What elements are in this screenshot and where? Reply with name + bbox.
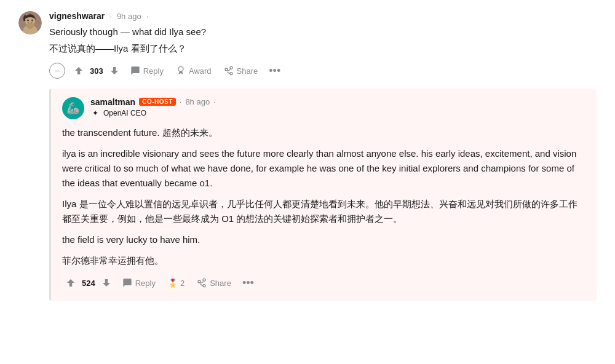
reply-text-p1: the transcendent future. 超然的未来。 bbox=[62, 125, 585, 140]
reply-downvote-icon bbox=[101, 277, 112, 288]
reply-action-bar: 524 Reply 🎖️ 2 bbox=[62, 274, 585, 292]
svg-point-4 bbox=[31, 20, 33, 22]
svg-point-6 bbox=[178, 66, 183, 71]
reply-more-button[interactable]: ••• bbox=[239, 274, 258, 292]
reply-dot: · bbox=[180, 97, 182, 106]
reply-avatar: 🦾 bbox=[62, 97, 84, 119]
reply-time-ago: 8h ago bbox=[185, 97, 210, 106]
top-more-button[interactable]: ••• bbox=[265, 62, 284, 80]
reply-avatar-emoji: 🦾 bbox=[66, 101, 80, 115]
reply-text-p2: ilya is an incredible visionary and sees… bbox=[62, 146, 585, 191]
top-action-bar: − 303 bbox=[49, 62, 597, 80]
top-vote-section: 303 bbox=[70, 62, 123, 79]
reply-dot2: · bbox=[213, 97, 216, 106]
cohost-badge: CO-HOST bbox=[139, 98, 176, 106]
reply-award-count-section: 🎖️ 2 bbox=[163, 276, 189, 290]
collapse-button[interactable]: − bbox=[49, 63, 65, 79]
reply-upvote-icon bbox=[65, 277, 76, 288]
reply-award-num: 2 bbox=[180, 279, 184, 288]
share-icon bbox=[224, 66, 234, 76]
top-dot-sep2: · bbox=[146, 12, 149, 21]
top-share-label: Share bbox=[237, 66, 258, 76]
reply-text-p5: 菲尔德非常幸运拥有他。 bbox=[62, 253, 585, 268]
top-comment-text-cn: 不过说真的——Ilya 看到了什么？ bbox=[49, 41, 597, 55]
reply-comment: 🦾 samaltman CO-HOST · 8h ago · ✦ OpenAI … bbox=[49, 89, 597, 301]
top-comment: vigneshwarar · 9h ago · Seriously though… bbox=[18, 11, 597, 80]
reply-reply-icon bbox=[122, 278, 132, 288]
reply-text-p3: Ilya 是一位令人难以置信的远见卓识者，几乎比任何人都更清楚地看到未来。他的早… bbox=[62, 197, 585, 226]
reply-meta: samaltman CO-HOST · 8h ago · ✦ OpenAI CE… bbox=[90, 97, 216, 118]
reply-reply-button[interactable]: Reply bbox=[117, 275, 161, 290]
reply-vote-count: 524 bbox=[81, 279, 97, 288]
top-dot-sep: · bbox=[109, 12, 112, 21]
reply-content: the transcendent future. 超然的未来。 ilya is … bbox=[62, 125, 585, 268]
top-username: vigneshwarar bbox=[49, 11, 105, 21]
reply-share-icon bbox=[197, 278, 207, 288]
more-icon: ••• bbox=[269, 65, 280, 77]
top-vote-count: 303 bbox=[89, 66, 105, 76]
top-award-button[interactable]: Award bbox=[171, 63, 216, 78]
reply-header: 🦾 samaltman CO-HOST · 8h ago · ✦ OpenAI … bbox=[62, 97, 585, 119]
reply-more-icon: ••• bbox=[242, 277, 254, 290]
reply-icon bbox=[130, 66, 140, 76]
top-user-avatar bbox=[18, 11, 42, 34]
reply-reply-label: Reply bbox=[135, 279, 156, 288]
top-comment-header: vigneshwarar · 9h ago · bbox=[49, 11, 597, 21]
openai-icon: ✦ bbox=[90, 108, 100, 118]
top-time-ago: 9h ago bbox=[117, 12, 141, 21]
page-container: vigneshwarar · 9h ago · Seriously though… bbox=[0, 0, 615, 364]
downvote-icon bbox=[109, 65, 120, 76]
flair-text: OpenAI CEO bbox=[103, 109, 146, 117]
svg-point-3 bbox=[27, 20, 29, 22]
reply-text-p4: the field is very lucky to have him. bbox=[62, 232, 585, 247]
top-comment-body: vigneshwarar · 9h ago · Seriously though… bbox=[49, 11, 597, 80]
top-share-button[interactable]: Share bbox=[219, 63, 263, 78]
reply-share-button[interactable]: Share bbox=[192, 275, 236, 290]
upvote-icon bbox=[73, 65, 84, 76]
top-award-label: Award bbox=[189, 66, 212, 76]
reply-meta-row: samaltman CO-HOST · 8h ago · bbox=[90, 97, 216, 107]
collapse-icon: − bbox=[55, 66, 60, 76]
reply-downvote-button[interactable] bbox=[98, 274, 115, 291]
top-reply-button[interactable]: Reply bbox=[125, 63, 169, 78]
reply-upvote-button[interactable] bbox=[62, 274, 79, 291]
svg-point-5 bbox=[26, 23, 34, 29]
reply-username: samaltman bbox=[90, 97, 135, 107]
upvote-button[interactable] bbox=[70, 62, 87, 79]
award-icon bbox=[176, 66, 186, 76]
reply-award-emoji: 🎖️ bbox=[168, 279, 178, 288]
reply-vote-section: 524 bbox=[62, 274, 115, 291]
reply-share-label: Share bbox=[210, 279, 231, 288]
top-comment-text-en: Seriously though — what did Ilya see? bbox=[49, 25, 597, 39]
top-reply-label: Reply bbox=[143, 66, 164, 76]
flair-row: ✦ OpenAI CEO bbox=[90, 108, 216, 118]
downvote-button[interactable] bbox=[106, 62, 123, 79]
